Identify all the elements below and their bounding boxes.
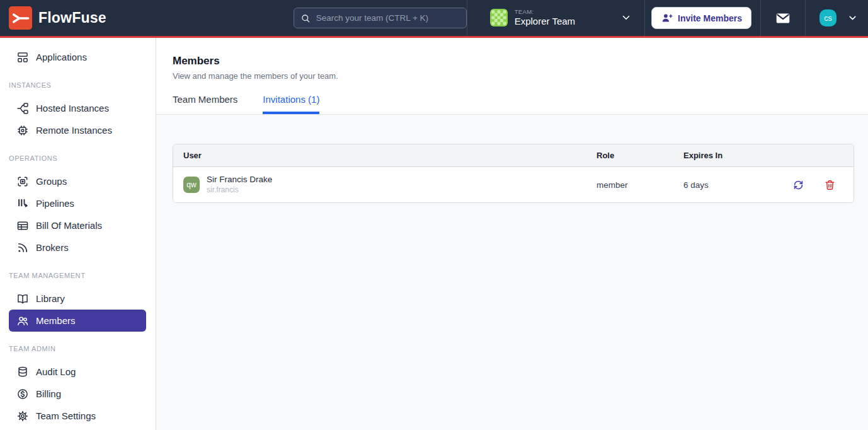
tab-invitations[interactable]: Invitations (1)	[263, 94, 319, 114]
hosted-instances-icon	[16, 102, 29, 115]
invited-user-name: Sir Francis Drake	[207, 175, 272, 185]
sidebar-item-bill-of-materials[interactable]: Bill Of Materials	[9, 214, 146, 236]
groups-icon	[16, 175, 29, 188]
tab-team-members[interactable]: Team Members	[173, 94, 237, 114]
library-icon	[16, 293, 29, 305]
avatar: qw	[183, 177, 200, 193]
sidebar-item-library[interactable]: Library	[9, 288, 146, 310]
members-page-header: Members View and manage the members of y…	[156, 38, 868, 115]
team-avatar	[490, 9, 508, 26]
invited-user-cell: qw Sir Francis Drake sir.francis	[173, 175, 597, 195]
sidebar-item-brokers[interactable]: Brokers	[9, 236, 146, 259]
trash-icon	[824, 179, 836, 191]
navbar-divider	[805, 0, 806, 36]
chevron-down-icon	[847, 13, 858, 23]
applications-icon	[16, 51, 29, 64]
main-content: Members View and manage the members of y…	[156, 38, 868, 430]
sidebar-section-instances: INSTANCES	[0, 81, 156, 89]
team-label: TEAM:	[515, 9, 575, 16]
sidebar-nav: ApplicationsINSTANCESHosted InstancesRem…	[0, 38, 156, 430]
column-header-user: User	[173, 151, 597, 160]
sidebar-item-label: Hosted Instances	[36, 103, 109, 113]
bill-of-materials-icon	[16, 219, 29, 232]
search-input[interactable]	[316, 13, 460, 23]
team-name: Explorer Team	[515, 16, 575, 26]
sidebar-item-label: Billing	[36, 388, 61, 399]
sidebar-item-team-settings[interactable]: Team Settings	[9, 405, 146, 427]
sidebar-item-label: Members	[36, 315, 76, 326]
members-tabs: Team Members Invitations (1)	[173, 94, 852, 114]
invite-members-label: Invite Members	[678, 13, 742, 23]
sidebar-item-label: Audit Log	[36, 366, 76, 377]
invitation-actions	[783, 179, 854, 191]
sidebar-item-label: Brokers	[36, 242, 69, 253]
navbar-divider	[760, 0, 761, 36]
invitations-panel: User Role Expires In qw Sir Francis Drak…	[156, 115, 868, 430]
column-header-role: Role	[597, 151, 683, 160]
sidebar-item-label: Team Settings	[36, 410, 96, 421]
user-menu[interactable]: cs	[819, 9, 858, 26]
sidebar-item-label: Library	[36, 293, 65, 304]
mail-icon	[775, 10, 791, 26]
top-navbar: FlowFuse TEAM: Explorer Team	[0, 0, 868, 38]
table-row: qw Sir Francis Drake sir.francis member …	[173, 167, 854, 202]
invitation-expires: 6 days	[683, 180, 783, 190]
sidebar-item-label: Remote Instances	[36, 125, 112, 136]
brokers-icon	[16, 241, 29, 254]
billing-icon	[16, 388, 29, 400]
search-icon	[300, 13, 311, 23]
brand-name: FlowFuse	[38, 9, 106, 26]
invitation-role: member	[597, 180, 683, 190]
sidebar-item-label: Applications	[36, 52, 87, 62]
notifications-mail-button[interactable]	[775, 10, 791, 26]
sidebar-item-groups[interactable]: Groups	[9, 170, 146, 192]
audit-log-icon	[16, 366, 29, 378]
sidebar-section-team-admin: TEAM ADMIN	[0, 345, 156, 352]
table-header-row: User Role Expires In	[173, 144, 854, 167]
page-subtitle: View and manage the members of your team…	[173, 71, 852, 81]
sidebar-item-members[interactable]: Members	[9, 310, 146, 332]
user-plus-icon	[661, 12, 673, 24]
navbar-divider	[467, 0, 467, 36]
invited-user-username: sir.francis	[207, 185, 272, 195]
sidebar-section-team-management: TEAM MANAGEMENT	[0, 272, 156, 279]
page-title: Members	[173, 55, 852, 67]
invitations-table: User Role Expires In qw Sir Francis Drak…	[173, 144, 854, 203]
remote-instances-icon	[16, 124, 29, 137]
invite-members-button[interactable]: Invite Members	[651, 7, 751, 29]
sidebar-section-operations: OPERATIONS	[0, 154, 156, 162]
chevron-down-icon	[620, 12, 632, 23]
sidebar-item-applications[interactable]: Applications	[9, 46, 146, 68]
sidebar-item-pipelines[interactable]: Pipelines	[9, 192, 146, 214]
refresh-icon	[792, 179, 804, 191]
navbar-divider	[644, 0, 645, 36]
team-search-box[interactable]	[294, 8, 467, 28]
user-avatar: cs	[819, 9, 837, 26]
sidebar-item-label: Groups	[36, 176, 67, 187]
delete-invitation-button[interactable]	[824, 179, 836, 191]
resend-invitation-button[interactable]	[792, 179, 804, 191]
pipelines-icon	[16, 197, 29, 210]
sidebar-item-billing[interactable]: Billing	[9, 383, 146, 405]
column-header-expires: Expires In	[683, 151, 783, 160]
flowfuse-logo-icon[interactable]	[9, 6, 32, 30]
sidebar-item-label: Pipelines	[36, 198, 74, 209]
members-icon	[16, 315, 29, 327]
sidebar-item-hosted-instances[interactable]: Hosted Instances	[9, 97, 146, 119]
team-settings-icon	[16, 410, 29, 422]
sidebar-item-label: Bill Of Materials	[36, 220, 102, 231]
sidebar-item-audit-log[interactable]: Audit Log	[9, 361, 146, 383]
sidebar-item-remote-instances[interactable]: Remote Instances	[9, 119, 146, 141]
team-selector[interactable]: TEAM: Explorer Team	[490, 9, 632, 26]
